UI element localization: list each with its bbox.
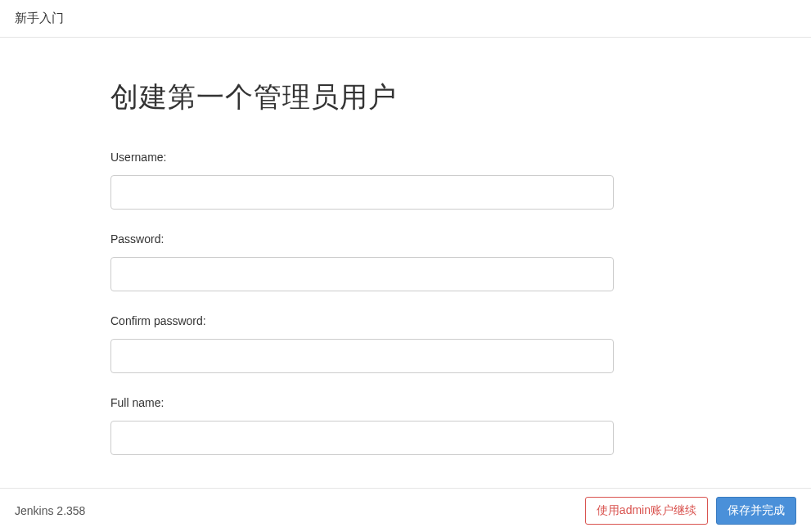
confirm-password-input[interactable] (110, 339, 614, 373)
page-header: 新手入门 (0, 0, 811, 38)
page-footer: Jenkins 2.358 使用admin账户继续 保存并完成 (0, 488, 811, 532)
password-label: Password: (110, 232, 701, 246)
save-and-finish-button[interactable]: 保存并完成 (716, 497, 796, 525)
fullname-group: Full name: (110, 396, 701, 455)
page-title: 创建第一个管理员用户 (110, 79, 701, 116)
header-title: 新手入门 (15, 11, 64, 25)
username-group: Username: (110, 151, 701, 210)
footer-buttons: 使用admin账户继续 保存并完成 (585, 497, 796, 525)
main-content: 创建第一个管理员用户 Username: Password: Confirm p… (0, 38, 811, 488)
fullname-label: Full name: (110, 396, 701, 409)
confirm-password-group: Confirm password: (110, 314, 701, 373)
username-input[interactable] (110, 175, 614, 210)
confirm-password-label: Confirm password: (110, 314, 701, 327)
fullname-input[interactable] (110, 421, 614, 455)
password-input[interactable] (110, 257, 614, 291)
skip-admin-button[interactable]: 使用admin账户继续 (585, 497, 708, 525)
password-group: Password: (110, 232, 701, 291)
username-label: Username: (110, 151, 701, 164)
version-text: Jenkins 2.358 (15, 504, 85, 517)
